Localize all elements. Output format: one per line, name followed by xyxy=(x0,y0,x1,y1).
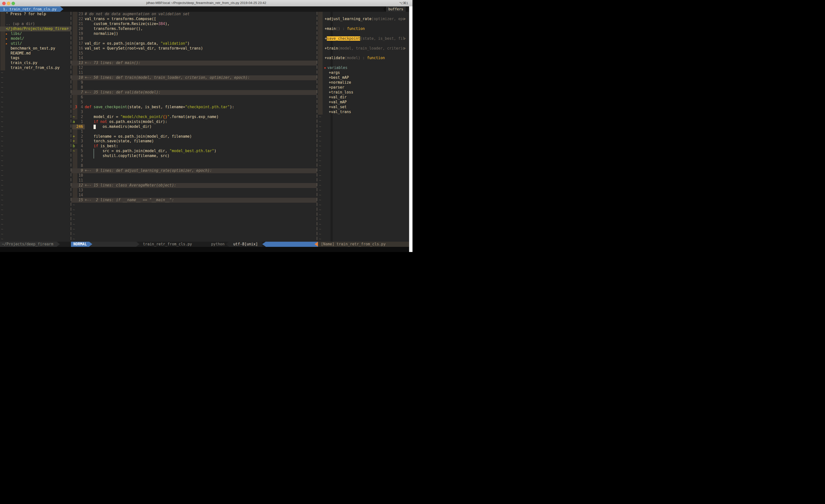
nerdtree-row-file[interactable]: tags xyxy=(0,56,71,61)
code-line[interactable]: 20 transforms.ToTensor(), xyxy=(71,26,317,31)
code-text: torch.save(state, filename) xyxy=(85,139,154,144)
end-of-buffer-tilde: ~ xyxy=(1,134,3,139)
code-line[interactable]: b4 if is_best: xyxy=(71,144,317,149)
code-line[interactable]: ~5 src = os.path.join(model_dir, "model_… xyxy=(71,149,317,154)
code-text: +-- 50 lines: def train(model, train_loa… xyxy=(85,75,250,80)
nerdtree-updir-text: .. (up a dir) xyxy=(6,22,35,26)
nerdtree-row-dir[interactable]: ▶ util/ xyxy=(0,41,71,46)
empty-line: ~ xyxy=(71,207,317,213)
code-editor-window: 23# do not do data augmentation on valid… xyxy=(71,12,317,242)
code-line[interactable]: 16val_set = QuerySet(root=val_dir, trans… xyxy=(71,46,317,51)
nerdtree-row-file[interactable]: README.md xyxy=(0,51,71,56)
tagbar-variable: +val_set xyxy=(329,105,347,109)
code-line[interactable]: 22val_trans = transforms.Compose([ xyxy=(71,17,317,22)
tagbar-item[interactable]: +normalize xyxy=(317,80,409,85)
empty-line: ~ xyxy=(0,95,71,100)
tagbar-item[interactable]: +best_mAP xyxy=(317,75,409,80)
end-of-buffer-tilde: ~ xyxy=(319,163,321,168)
nerdtree-row-file[interactable]: train_cls.py xyxy=(0,61,71,66)
tagbar-variable: +normalize xyxy=(329,80,351,85)
tagbar-tag[interactable]: +validate(model) : function xyxy=(317,56,409,61)
line-number: 4 xyxy=(72,144,83,149)
end-of-buffer-tilde: ~ xyxy=(1,159,3,163)
code-line[interactable]: +3 torch.save(state, filename) xyxy=(71,139,317,144)
end-of-buffer-tilde: ~ xyxy=(1,198,3,202)
code-line[interactable]: a1 if not os.path.exists(model_dir): xyxy=(71,119,317,124)
tagbar-item[interactable]: +val_set xyxy=(317,105,409,110)
end-of-buffer-tilde: ~ xyxy=(1,207,3,212)
code-line[interactable]: 3 xyxy=(71,110,317,114)
folded-code-line[interactable]: 15+-- 2 lines: if __name__ == "__main__"… xyxy=(71,198,317,203)
empty-line: ~ xyxy=(0,144,71,149)
empty-line: ~ xyxy=(0,217,71,222)
code-line[interactable]: _34def save_checkpoint(state, is_best, f… xyxy=(71,105,317,110)
code-line[interactable]: 5 xyxy=(71,100,317,105)
code-line[interactable]: 7 xyxy=(71,159,317,163)
tagbar-item[interactable]: +val_mAP xyxy=(317,100,409,105)
code-line[interactable]: 14 xyxy=(71,56,317,61)
code-line[interactable]: +2 filename = os.path.join(model_dir, fi… xyxy=(71,134,317,139)
code-line[interactable]: 11 xyxy=(71,70,317,75)
code-line[interactable]: 8 xyxy=(71,85,317,90)
empty-line: ~ xyxy=(0,90,71,95)
statusline-encoding: utf-8[unix] xyxy=(229,242,262,247)
code-line[interactable]: 246 os.makedirs(model_dir) xyxy=(71,124,317,129)
code-line[interactable]: 8 xyxy=(71,163,317,168)
empty-line: ~ xyxy=(317,178,409,183)
folded-code-line[interactable]: 13+-- 73 lines: def main(): xyxy=(71,61,317,66)
tab-train-retr-from-cls[interactable]: 1. train_retr_from_cls.py xyxy=(0,6,60,12)
folded-code-line[interactable]: 9+-- 9 lines: def adjust_learning_rate(o… xyxy=(71,168,317,173)
nerdtree-row-file[interactable]: benchmark_on_test.py xyxy=(0,46,71,51)
end-of-buffer-tilde: ~ xyxy=(319,222,321,227)
tagbar-item[interactable]: +args xyxy=(317,70,409,75)
line-number: 16 xyxy=(72,46,83,51)
nerdtree-row-dir[interactable]: ▶ model/ xyxy=(0,36,71,41)
tagbar-tag[interactable]: +adjust_learning_rate(optimizer, epo> xyxy=(317,17,409,22)
tagbar-tag[interactable]: +main() : function xyxy=(317,26,409,31)
empty-line: ~ xyxy=(0,193,71,198)
tagbar-header[interactable]: ▼ variables xyxy=(317,66,409,70)
code-line[interactable]: 13 xyxy=(71,188,317,193)
line-number: 6 xyxy=(72,95,83,100)
code-line[interactable]: 6 xyxy=(71,95,317,100)
line-extends-icon: > xyxy=(403,17,405,22)
powerline-arrow-icon xyxy=(136,242,140,247)
nerdtree-row-file[interactable]: train_retr_from_cls.py xyxy=(0,66,71,70)
nerdtree-row-root[interactable]: </jdhao/Projects/deep_firear> xyxy=(0,26,71,31)
folded-code-line[interactable]: 10+-- 50 lines: def train(model, train_l… xyxy=(71,75,317,80)
code-line[interactable]: 12 xyxy=(71,66,317,70)
tagbar-tag[interactable]: +save_checkpoint(state, is_best, fil> xyxy=(317,36,409,41)
code-line[interactable]: 10 xyxy=(71,173,317,178)
tagbar-highlighted-tag: save_checkpoint xyxy=(327,36,360,41)
nerdtree-row-updir[interactable]: .. (up a dir) xyxy=(0,22,71,26)
code-line[interactable]: 6 shutil.copyfile(filename, src) xyxy=(71,154,317,159)
code-line[interactable]: 17val_dir = os.path.join(args.data, "val… xyxy=(71,41,317,46)
empty-line: ~ xyxy=(0,183,71,188)
folded-code-line[interactable]: 12+-- 15 lines: class AverageMeter(objec… xyxy=(71,183,317,188)
terminal-scrollbar[interactable] xyxy=(409,6,412,252)
tagbar-variable: +val_trans xyxy=(329,110,351,114)
end-of-buffer-tilde: ~ xyxy=(319,198,321,202)
tab-arrow-separator-icon xyxy=(60,6,63,12)
tagbar-item[interactable]: +val_trans xyxy=(317,110,409,114)
code-line[interactable]: ~2 model_dir = "model/check_point/{}".fo… xyxy=(71,114,317,119)
tagbar-tag[interactable]: +train(model, train_loader, criterio> xyxy=(317,46,409,51)
code-line[interactable]: 19 normalize]) xyxy=(71,31,317,36)
tagbar-item[interactable]: +val_dir xyxy=(317,95,409,100)
code-line[interactable]: 1 xyxy=(71,129,317,134)
code-line[interactable]: 23# do not do data augmentation on valid… xyxy=(71,12,317,17)
nerdtree-row-dir[interactable]: ▶ libs/ xyxy=(0,31,71,36)
tagbar-item[interactable]: +parser xyxy=(317,85,409,90)
end-of-buffer-tilde: ~ xyxy=(73,213,75,217)
tagbar-item[interactable]: +train_loss xyxy=(317,90,409,95)
code-line[interactable]: 15 xyxy=(71,51,317,56)
code-line[interactable]: 18 xyxy=(71,36,317,41)
end-of-buffer-tilde: ~ xyxy=(319,154,321,158)
code-line[interactable]: 14 xyxy=(71,193,317,198)
line-number: 246 xyxy=(72,124,83,129)
code-line[interactable]: 21 custom_transform.Resize(size=384), xyxy=(71,22,317,26)
code-line[interactable]: 11 xyxy=(71,178,317,183)
code-line[interactable]: 9 xyxy=(71,80,317,85)
collapsed-dir-arrow-icon: ▶ xyxy=(6,37,9,40)
folded-code-line[interactable]: 7+-- 35 lines: def validate(model): xyxy=(71,90,317,95)
